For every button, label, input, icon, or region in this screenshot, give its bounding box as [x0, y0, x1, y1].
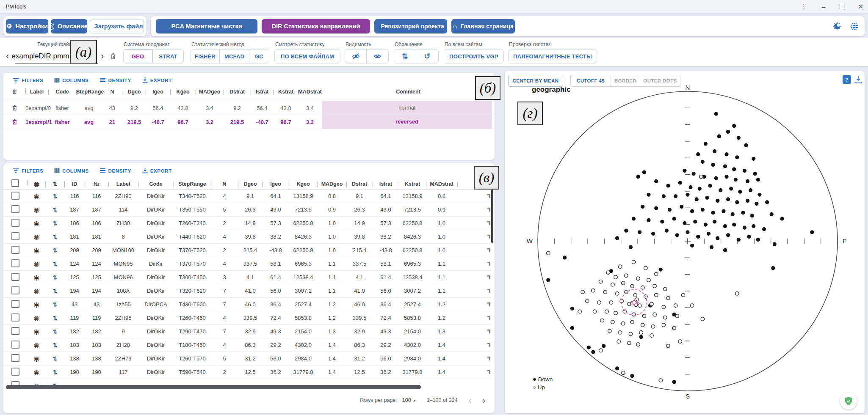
column-header[interactable]: ID — [64, 181, 85, 187]
method-mcfad-button[interactable]: MCFAD — [220, 49, 249, 63]
row-visibility-toggle[interactable]: ◉ — [27, 274, 46, 281]
repository-button[interactable]: Репозиторий проекта — [374, 19, 447, 33]
row-checkbox[interactable] — [3, 327, 27, 336]
sort-column-header[interactable]: ⇅ — [46, 181, 64, 187]
vertical-scrollbar[interactable] — [491, 190, 493, 243]
stats-table-row[interactable]: 0exampl/0fisheravg439.256.442.83.49.256.… — [3, 101, 495, 115]
data-table-row[interactable]: ◉⇅1381382ZH79DirOKirT260-T570531.256.029… — [3, 352, 491, 366]
data-toolbar-density-button[interactable]: DENSITY — [100, 168, 131, 174]
close-button[interactable]: ✕ — [854, 0, 868, 13]
all-files-button[interactable]: ПО ВСЕМ ФАЙЛАМ — [275, 49, 340, 63]
data-table-row[interactable]: ◉⇅194194108ADirOKirT320-T620741.056.0300… — [3, 284, 491, 298]
column-header[interactable]: Label — [108, 181, 138, 187]
hide-all-button[interactable] — [345, 49, 367, 63]
row-checkbox[interactable] — [3, 354, 27, 363]
data-table-row[interactable]: ◉⇅1821829DirOKirT290-T470732.949.32154.0… — [3, 325, 491, 338]
home-button[interactable]: ⌂ Главная страница — [451, 19, 515, 33]
row-visibility-toggle[interactable]: ◉ — [27, 301, 46, 308]
data-table-row[interactable]: ◉⇅106106ZH30DirOKirT260-T340214.957.3622… — [3, 217, 491, 230]
row-visibility-toggle[interactable]: ◉ — [27, 247, 46, 254]
data-table-row[interactable]: ◉⇅209209MON100DirOKirT370-T5202215.4-43.… — [3, 244, 491, 257]
visibility-column-header[interactable]: ◉ — [27, 180, 46, 188]
stats-toolbar-export-button[interactable]: EXPORT — [142, 77, 172, 84]
data-table-row[interactable]: ◉⇅43431zh55DirOPCAT430-T600746.036.42527… — [3, 298, 491, 311]
row-flip-toggle[interactable]: ⇅ — [46, 220, 64, 227]
data-table-row[interactable]: ◉⇅125125MON96DirOKirT300-T45034.161.4125… — [3, 271, 491, 284]
row-visibility-toggle[interactable]: ◉ — [27, 206, 46, 214]
help-button[interactable]: ? — [843, 75, 851, 84]
current-file-name[interactable]: exampleDIR.pmm — [11, 52, 69, 60]
row-checkbox[interactable] — [3, 381, 27, 385]
row-visibility-toggle[interactable]: ◉ — [27, 341, 46, 349]
column-header[interactable]: Kstrat — [399, 181, 426, 187]
row-flip-toggle[interactable]: ⇅ — [46, 315, 64, 322]
row-visibility-toggle[interactable]: ◉ — [27, 314, 46, 322]
build-vgp-button[interactable]: ПОСТРОИТЬ VGP — [444, 49, 503, 63]
row-flip-toggle[interactable]: ⇅ — [46, 193, 64, 200]
data-table-row[interactable]: ◉⇅190190117DirOKirT590-T640212.536.23177… — [3, 366, 491, 379]
data-table-row[interactable]: ◉⇅103103ZH28DirOKirT180-T460486.329.2430… — [3, 338, 491, 352]
row-checkbox[interactable] — [3, 259, 27, 269]
stats-table-row[interactable]: 1exampl/1fisheravg21219.5-40.796.73.2219… — [3, 115, 495, 129]
row-flip-toggle[interactable]: ⇅ — [46, 288, 64, 294]
column-header[interactable]: Kgeo — [289, 181, 318, 187]
column-header[interactable]: MADgeo — [318, 181, 346, 187]
column-header[interactable]: MADstrat — [426, 181, 457, 187]
row-visibility-toggle[interactable]: ◉ — [27, 382, 46, 385]
row-flip-toggle[interactable]: ⇅ — [46, 261, 64, 267]
security-badge[interactable] — [840, 393, 857, 410]
data-table-row[interactable]: ◉⇅187187114DirOKirT350-T550526.343.07213… — [3, 203, 491, 217]
row-checkbox[interactable] — [3, 232, 27, 242]
prev-file-icon[interactable]: ‹ — [6, 51, 9, 62]
row-visibility-toggle[interactable]: ◉ — [27, 260, 46, 268]
row-flip-toggle[interactable]: ⇅ — [46, 247, 64, 254]
show-all-button[interactable] — [367, 49, 388, 63]
row-flip-toggle[interactable]: ⇅ — [46, 274, 64, 281]
method-fisher-button[interactable]: FISHER — [191, 49, 220, 63]
maximize-button[interactable] — [835, 0, 849, 13]
row-checkbox[interactable] — [3, 246, 27, 255]
theme-toggle-button[interactable] — [831, 20, 843, 33]
upload-file-button[interactable]: Загрузить файл — [90, 19, 144, 33]
data-table-row[interactable]: ◉⇅1811818DirOKirT440-T620439.838.28426.3… — [3, 230, 491, 244]
dir-button[interactable]: DIR Статистика направлений — [262, 19, 370, 33]
pca-button[interactable]: PCA Магнитные чистки — [156, 19, 257, 33]
row-checkbox[interactable] — [3, 368, 27, 377]
stats-toolbar-filters-button[interactable]: FILTERS — [13, 77, 43, 84]
stats-toolbar-columns-button[interactable]: COLUMNS — [54, 77, 88, 84]
column-header[interactable]: N — [211, 181, 238, 187]
column-header[interactable]: Igeo — [263, 181, 289, 187]
row-visibility-toggle[interactable]: ◉ — [27, 287, 46, 295]
row-flip-toggle[interactable]: ⇅ — [46, 342, 64, 349]
row-checkbox[interactable] — [3, 205, 27, 214]
row-visibility-toggle[interactable]: ◉ — [27, 328, 46, 335]
data-table-row-partial[interactable]: ◉⇅ — [3, 379, 491, 385]
row-flip-toggle[interactable]: ⇅ — [46, 206, 64, 213]
column-header[interactable]: Code — [138, 181, 174, 187]
language-globe-button[interactable] — [848, 20, 860, 33]
row-visibility-toggle[interactable]: ◉ — [27, 233, 46, 241]
coords-geo-button[interactable]: GEO — [123, 49, 153, 63]
paleomag-tests-button[interactable]: ПАЛЕОМАГНИТНЫЕ ТЕСТЫ — [509, 49, 597, 63]
row-checkbox[interactable] — [3, 341, 27, 350]
row-checkbox[interactable] — [3, 192, 27, 201]
undo-reversal-button[interactable]: ↺ — [416, 49, 438, 63]
row-delete-button[interactable] — [3, 103, 25, 113]
data-toolbar-export-button[interactable]: EXPORT — [142, 168, 172, 174]
kebab-menu-icon[interactable]: ⋮ — [796, 0, 810, 13]
data-toolbar-filters-button[interactable]: FILTERS — [13, 168, 43, 174]
page-next-button[interactable]: › — [482, 396, 485, 404]
row-flip-toggle[interactable]: ⇅ — [46, 328, 64, 335]
method-gc-button[interactable]: GC — [249, 49, 269, 63]
row-visibility-toggle[interactable]: ◉ — [27, 368, 46, 376]
coords-strat-button[interactable]: STRAT — [153, 49, 183, 63]
data-table-row[interactable]: ◉⇅124124MON95DirKirT370-T5704337.558.169… — [3, 257, 491, 271]
data-toolbar-columns-button[interactable]: COLUMNS — [54, 168, 88, 174]
column-header[interactable]: Dgeo — [238, 181, 263, 187]
settings-button[interactable]: ⚙ Настройки — [6, 19, 48, 33]
row-checkbox[interactable] — [3, 273, 27, 282]
flip-selected-button[interactable]: ⇅ — [394, 49, 416, 63]
next-file-icon[interactable]: › — [101, 51, 104, 62]
row-delete-button[interactable] — [3, 117, 25, 127]
row-visibility-toggle[interactable]: ◉ — [27, 192, 46, 200]
